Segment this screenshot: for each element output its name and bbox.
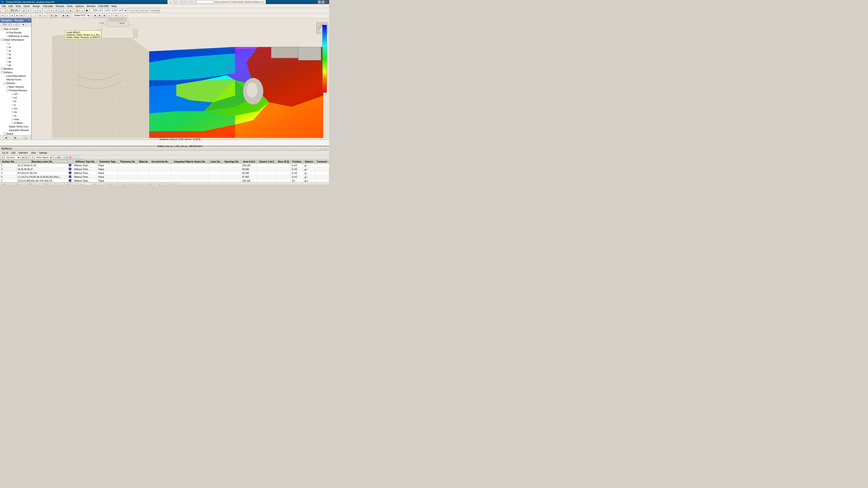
next-result-btn[interactable]: ▶ xyxy=(66,13,70,18)
save-all-button[interactable]: 💾+ xyxy=(15,8,19,13)
tree-node-21[interactable]: d- xyxy=(0,103,31,107)
persp-button[interactable]: PER xyxy=(156,8,160,13)
tree-radio-20[interactable] xyxy=(12,100,13,102)
tree-radio-4[interactable] xyxy=(6,42,8,44)
tree-node-19[interactable]: σZ- xyxy=(0,96,31,99)
view-menu[interactable]: View xyxy=(30,151,37,154)
snap-btn[interactable]: 📌 xyxy=(114,13,118,18)
menu-item-calculate[interactable]: Calculate xyxy=(41,4,55,8)
wire-button[interactable]: ⬡ xyxy=(80,8,84,13)
undo-button[interactable]: ↩ xyxy=(33,8,37,13)
tree-node-6[interactable]: uy xyxy=(0,49,31,53)
measure-btn[interactable]: 📏 xyxy=(119,13,123,18)
cs-combo[interactable]: Global XYZ xyxy=(72,13,90,18)
results-minimize-btn[interactable]: ─ xyxy=(317,147,320,150)
render-button[interactable]: 🎨 xyxy=(75,8,80,13)
tree-node-16[interactable]: -Basic Stresses xyxy=(0,85,31,89)
edit-menu[interactable]: Edit xyxy=(10,151,17,154)
tree-node-29[interactable]: -Strains xyxy=(0,132,31,135)
prev-row-btn[interactable]: ◀ xyxy=(21,156,24,159)
view1-button[interactable]: XY xyxy=(130,8,134,13)
tree-expand-12[interactable]: - xyxy=(1,71,3,73)
bottom-tab-surface-sets[interactable]: Surface Sets xyxy=(148,183,165,184)
bottom-tab-openings[interactable]: Openings xyxy=(92,183,106,184)
tree-radio-7[interactable] xyxy=(6,53,8,55)
tree-node-1[interactable]: Final Results xyxy=(0,31,31,34)
structure-combo[interactable]: Structure xyxy=(5,156,21,159)
tree-node-20[interactable]: d+ xyxy=(0,99,31,103)
selection-menu[interactable]: Selection xyxy=(17,151,29,154)
results-close-btn[interactable]: ✕ xyxy=(324,147,328,150)
tree-node-11[interactable]: +Members xyxy=(0,67,31,70)
bottom-tab-nodes[interactable]: Nodes xyxy=(44,183,55,184)
menu-item-view[interactable]: View xyxy=(14,4,22,8)
view-top-btn[interactable]: ▣ xyxy=(97,13,102,18)
maximize-button[interactable]: □ xyxy=(321,0,324,4)
tree-node-22[interactable]: σm xyxy=(0,107,31,110)
tree-node-9[interactable]: φy xyxy=(0,60,31,63)
view-right-btn[interactable]: ▦ xyxy=(102,13,107,18)
bottom-tab-solid-sets[interactable]: Solid Sets xyxy=(165,183,180,184)
chart-btn[interactable]: 📊 xyxy=(76,156,80,159)
table-row[interactable]: 44-9,26,8,37-58,270Without Thick...Plane… xyxy=(0,171,329,175)
menu-item-window[interactable]: Window xyxy=(85,4,97,8)
table-row[interactable]: 51,2,14,271,270,65-28-31,66,69,262,265,2… xyxy=(0,175,329,179)
tree-radio-10[interactable] xyxy=(6,64,8,66)
menu-item-results[interactable]: Results xyxy=(55,4,66,8)
refresh-btn[interactable]: 🔄 xyxy=(65,156,68,159)
redo-button[interactable]: ↪ xyxy=(38,8,42,13)
select-button[interactable]: ⬜ xyxy=(44,8,49,13)
tree-radio-6[interactable] xyxy=(6,50,8,52)
section-btn[interactable]: ✂ xyxy=(123,13,128,18)
load-btn[interactable]: ↓ xyxy=(31,13,35,18)
tree-expand-11[interactable]: + xyxy=(1,68,3,70)
tree-node-14[interactable]: Internal Forces xyxy=(0,78,31,81)
surface-btn[interactable]: S xyxy=(10,13,14,18)
open-button[interactable]: 📂 xyxy=(5,8,10,13)
render2-btn[interactable]: 🎨 xyxy=(49,13,54,18)
filter-icon-btn[interactable]: 🔍 xyxy=(53,156,57,159)
table-row[interactable]: 116,17,28,65-47,18Without Thick...Plane1… xyxy=(0,164,329,167)
tree-node-0[interactable]: -Type of results xyxy=(0,27,31,31)
tree-radio-1[interactable] xyxy=(6,32,8,33)
table-row[interactable]: 319-26,36-45,27Without Thick...Plane50.0… xyxy=(0,167,329,171)
solid-btn[interactable]: So xyxy=(20,13,24,18)
menu-item-options[interactable]: Options xyxy=(74,4,85,8)
tree-node-28[interactable]: Equivalent Stresses xyxy=(0,128,31,132)
save-button[interactable]: 💾 xyxy=(10,8,14,13)
tree-radio-22[interactable] xyxy=(12,107,13,109)
bottom-tab-thicknesses[interactable]: Thicknesses xyxy=(27,183,44,184)
tree-node-26[interactable]: τV.Mises xyxy=(0,121,31,125)
nav-btn1[interactable]: ◀ xyxy=(4,136,8,139)
zoom-sel-btn[interactable]: 🔍 xyxy=(72,156,76,159)
animate-btn[interactable]: ▶ xyxy=(54,13,59,18)
bottom-tab-solids[interactable]: Solids xyxy=(106,183,116,184)
nav-btn2[interactable]: ▶ xyxy=(14,136,18,139)
tree-node-8[interactable]: φx xyxy=(0,56,31,60)
menu-item-insert[interactable]: Insert xyxy=(22,4,31,8)
tree-radio-21[interactable] xyxy=(12,104,13,106)
nav-pin-icon[interactable]: 📌 xyxy=(24,19,27,22)
tree-node-24[interactable]: σt- xyxy=(0,114,31,118)
tree-radio-25[interactable] xyxy=(12,119,13,120)
view-iso2-btn[interactable]: ⬡ xyxy=(107,13,112,18)
tree-radio-19[interactable] xyxy=(12,97,13,98)
tree-expand-17[interactable]: - xyxy=(6,89,8,92)
tree-node-4[interactable]: u xyxy=(0,41,31,45)
bottom-tab-member-sets[interactable]: Member Sets xyxy=(130,183,148,184)
nav-combo[interactable]: CO2: LC1 + LC2 + LC3 + LC4 xyxy=(0,23,25,26)
menu-item-assign[interactable]: Assign xyxy=(31,4,41,8)
col-settings-btn[interactable]: ⚙ xyxy=(31,156,35,159)
tree-radio-9[interactable] xyxy=(6,61,8,62)
menu-item-edit[interactable]: Edit xyxy=(7,4,14,8)
tree-node-17[interactable]: -Principal Stresses xyxy=(0,89,31,92)
rotate-button[interactable]: ⟳ xyxy=(54,8,59,13)
view2-button[interactable]: XZ xyxy=(134,8,139,13)
tree-radio-8[interactable] xyxy=(6,57,8,59)
tree-node-13[interactable]: Local Deformations xyxy=(0,74,31,78)
menu-item-help[interactable]: Help xyxy=(110,4,118,8)
tree-radio-26[interactable] xyxy=(12,122,13,124)
new-button[interactable]: 📄 xyxy=(0,8,5,13)
close-button[interactable]: ✕ xyxy=(325,0,328,4)
nav-close-icon[interactable]: ✕ xyxy=(28,19,30,22)
